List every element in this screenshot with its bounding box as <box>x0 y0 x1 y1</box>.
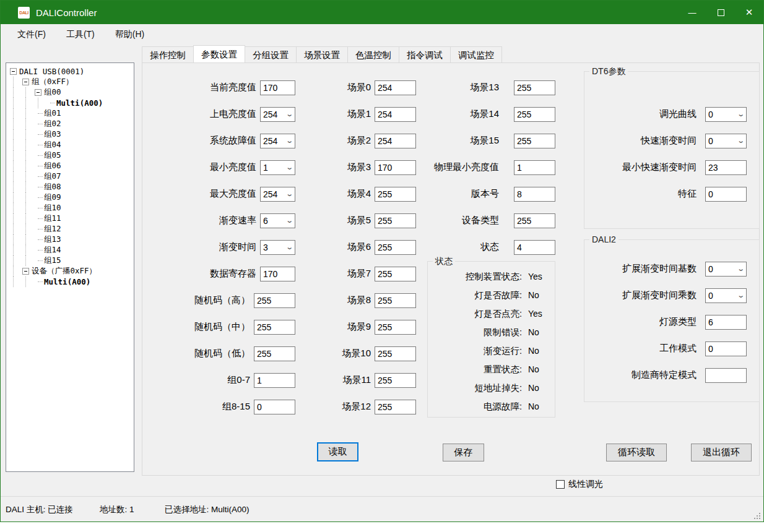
tab-parameter-settings[interactable]: 参数设置 <box>193 45 245 62</box>
tree-collapse-icon[interactable] <box>22 268 29 275</box>
linear-dimming-checkbox[interactable] <box>556 480 565 489</box>
tree-item[interactable]: 组06 <box>10 161 132 171</box>
chevron-down-icon: ⌄ <box>737 137 745 145</box>
field-label: 场景11 <box>342 374 371 386</box>
current-level-input[interactable]: 170 <box>260 80 295 95</box>
scene9-input[interactable]: 255 <box>375 320 416 335</box>
fast-fade-time-dropdown[interactable]: 0⌄ <box>705 134 747 148</box>
groupbox-title: DALI2 <box>589 234 619 244</box>
linear-dimming-checkbox-row: 线性调光 <box>556 479 603 490</box>
status-value-input[interactable]: 4 <box>514 240 555 255</box>
device-type-input[interactable]: 255 <box>514 213 555 228</box>
max-level-dropdown[interactable]: 254⌄ <box>260 187 295 202</box>
random-low-input[interactable]: 255 <box>254 346 295 361</box>
random-mid-input[interactable]: 255 <box>254 320 295 335</box>
tab-scene-settings[interactable]: 场景设置 <box>296 46 348 62</box>
tree-item[interactable]: 组13 <box>10 234 132 245</box>
status-label: 重置状态: <box>428 364 522 375</box>
scene15-input[interactable]: 255 <box>514 134 555 148</box>
tree-item[interactable]: 组11 <box>10 213 132 224</box>
scene7-input[interactable]: 255 <box>375 267 416 281</box>
features-input[interactable]: 0 <box>705 187 747 202</box>
tree-item[interactable]: Multi(A00) <box>10 98 132 108</box>
ext-fade-base-dropdown[interactable]: 0⌄ <box>705 262 747 277</box>
field-label: 随机码（中） <box>194 321 250 333</box>
group-0-7-input[interactable]: 1 <box>254 373 295 388</box>
tree-item[interactable]: 组10 <box>10 203 132 213</box>
random-high-input[interactable]: 255 <box>254 293 295 308</box>
tree-item[interactable]: 设备（广播0xFF） <box>10 266 132 277</box>
scene14-input[interactable]: 255 <box>514 107 555 122</box>
dimming-curve-dropdown[interactable]: 0⌄ <box>705 107 747 122</box>
scene12-input[interactable]: 255 <box>375 400 416 414</box>
tree-item[interactable]: 组15 <box>10 255 132 266</box>
window-title: DALIController <box>36 7 97 18</box>
tab-operation-control[interactable]: 操作控制 <box>142 46 194 62</box>
tree-item[interactable]: 组00 <box>10 87 132 98</box>
tree-item[interactable]: 组01 <box>10 108 132 119</box>
loop-read-button[interactable]: 循环读取 <box>606 444 667 461</box>
app-icon: DALI <box>18 7 30 19</box>
tab-group-settings[interactable]: 分组设置 <box>245 46 297 62</box>
scene10-input[interactable]: 255 <box>375 346 416 361</box>
menu-tools[interactable]: 工具(T) <box>65 27 96 42</box>
resize-grip[interactable] <box>759 518 760 519</box>
physical-min-level-input[interactable]: 1 <box>514 160 555 175</box>
tree-collapse-icon[interactable] <box>10 68 17 75</box>
tree-item[interactable]: 组04 <box>10 140 132 150</box>
save-button[interactable]: 保存 <box>443 444 484 461</box>
tree-item[interactable]: 组05 <box>10 150 132 161</box>
menu-file[interactable]: 文件(F) <box>16 27 47 42</box>
parameter-settings-panel: 当前亮度值170 上电亮度值254⌄ 系统故障值254⌄ 最小亮度值1⌄ 最大亮… <box>142 62 760 476</box>
field-label: 调光曲线 <box>659 108 697 120</box>
exit-loop-button[interactable]: 退出循环 <box>691 444 752 461</box>
maximize-button[interactable] <box>706 1 735 24</box>
menu-help[interactable]: 帮助(H) <box>114 27 145 42</box>
field-label: 场景8 <box>347 294 371 306</box>
operating-mode-input[interactable]: 0 <box>705 341 747 356</box>
field-label: 场景14 <box>470 108 499 120</box>
tree-item[interactable]: 组07 <box>10 171 132 182</box>
power-on-level-dropdown[interactable]: 254⌄ <box>260 107 295 122</box>
tree-item[interactable]: 组09 <box>10 192 132 203</box>
tree-item[interactable]: Multi(A00) <box>10 277 132 287</box>
status-value: Yes <box>528 309 542 319</box>
group-8-15-input[interactable]: 0 <box>254 400 295 414</box>
field-label: 场景1 <box>347 108 371 120</box>
tree-item[interactable]: 组（0xFF） <box>10 77 132 87</box>
read-button[interactable]: 读取 <box>317 442 358 461</box>
min-level-dropdown[interactable]: 1⌄ <box>260 160 295 175</box>
light-source-type-input[interactable]: 6 <box>705 315 747 330</box>
scene13-input[interactable]: 255 <box>514 80 555 95</box>
status-label: 灯是否故障: <box>428 290 522 301</box>
tree-item[interactable]: 组03 <box>10 129 132 140</box>
status-label: 电源故障: <box>428 401 522 413</box>
field-label: 场景0 <box>347 82 371 93</box>
fade-rate-dropdown[interactable]: 6⌄ <box>260 213 295 228</box>
status-label: 短地址掉失: <box>428 382 522 394</box>
tree-item[interactable]: 组02 <box>10 119 132 129</box>
scene8-input[interactable]: 255 <box>375 293 416 308</box>
system-failure-level-dropdown[interactable]: 254⌄ <box>260 134 295 148</box>
statusbar-selected-address: 已选择地址: Multi(A00) <box>165 504 250 515</box>
close-button[interactable]: ✕ <box>735 1 763 24</box>
version-input[interactable]: 8 <box>514 187 555 202</box>
tree-item[interactable]: 组12 <box>10 224 132 234</box>
field-label: 场景6 <box>347 241 371 253</box>
tree-collapse-icon[interactable] <box>22 79 29 85</box>
minimize-icon: — <box>688 8 697 17</box>
manufacturer-mode-input[interactable] <box>705 368 747 383</box>
min-fast-fade-time-input[interactable]: 23 <box>705 160 747 175</box>
fade-time-dropdown[interactable]: 3⌄ <box>260 240 295 255</box>
tab-debug-monitor[interactable]: 调试监控 <box>450 46 502 62</box>
tab-command-debug[interactable]: 指令调试 <box>399 46 451 62</box>
tab-color-temp-control[interactable]: 色温控制 <box>347 46 399 62</box>
tree-item[interactable]: DALI USB(0001) <box>10 66 132 77</box>
tree-item[interactable]: 组14 <box>10 245 132 255</box>
scene11-input[interactable]: 255 <box>375 373 416 388</box>
ext-fade-multiplier-dropdown[interactable]: 0⌄ <box>705 288 747 303</box>
minimize-button[interactable]: — <box>678 1 706 24</box>
tree-collapse-icon[interactable] <box>35 89 41 96</box>
data-register-input[interactable]: 170 <box>260 267 295 281</box>
tree-item[interactable]: 组08 <box>10 182 132 192</box>
